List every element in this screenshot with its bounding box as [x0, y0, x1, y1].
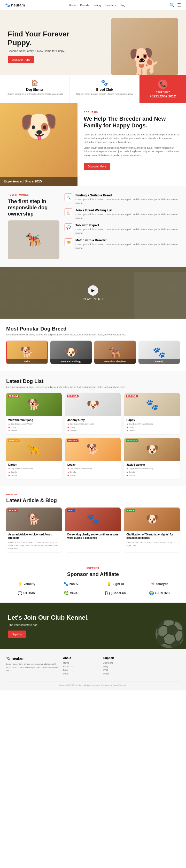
- hero-dog-emoji: 🐕: [129, 49, 161, 75]
- navbar: 🐾 neufam Home Breeds Listing Breeders Bl…: [0, 0, 186, 10]
- how-step-3: 💬 Talk with Expert Lorem ipsum dolor sit…: [65, 223, 178, 235]
- sponsor-name-5: UTOSIA: [23, 591, 35, 595]
- dog-list-desc: Lorem ipsum dolor sit amet, consectetur …: [6, 386, 180, 389]
- breed-name-4: Basenji: [138, 359, 180, 364]
- dog-card-3[interactable]: 🐾 FOR SALE Happy ● Dog Breed French Bull…: [124, 393, 180, 434]
- join-title: Let's Join Our Club Kennel.: [8, 614, 89, 621]
- dog-img-5: 🐕 FOR SALE: [65, 438, 121, 461]
- sponsor-treva: 🌿 treva.: [51, 590, 91, 595]
- sponsor-solarytic: ☀ solarytic: [140, 582, 180, 586]
- dog-card-2[interactable]: 🐶 FOR SALE Johnny Grey ● Dog Breed Siber…: [65, 393, 121, 434]
- dog-img-6: 🐶 AVAILABLE: [124, 438, 180, 461]
- nav-listing[interactable]: Listing: [93, 4, 101, 7]
- step-desc-1: Lorem ipsum dolor sit amet, consectetur …: [75, 198, 178, 205]
- blog-section: UPDATE Latest Article & Blog 🐕 HEALTH As…: [0, 486, 186, 559]
- nav-home[interactable]: Home: [69, 4, 76, 7]
- dog-loc-icon-1: ●: [8, 429, 10, 432]
- blog-body-1: Assured Advice for Licensed Award Breede…: [6, 531, 62, 552]
- footer-link-about[interactable]: About Us: [63, 665, 99, 668]
- dog-grid: 🐕 FOR SALE Wuff the Wolfgang ● Dog Breed…: [6, 393, 180, 479]
- breed-card-4[interactable]: 🐾 Basenji: [138, 341, 180, 364]
- footer-link-home[interactable]: Home: [63, 661, 99, 664]
- sponsor-earth: 🌍 EARTH2.0: [140, 590, 180, 595]
- blog-card-3[interactable]: 🐶 ADVICE Clarification of 'Grandfather r…: [124, 507, 180, 552]
- dog-meta-3: ● Dog Breed French Bulldog ● Bailey ● Gr…: [126, 423, 178, 432]
- dog-age-icon-1: ●: [8, 423, 10, 425]
- blog-article-title-3: Clarification of 'Grandfather rights' fo…: [126, 533, 178, 539]
- dog-badge-1: FOR SALE: [8, 395, 20, 397]
- how-image: 🐕‍🦺: [8, 220, 59, 259]
- hero-subtitle: Become New Family & New Home for Puppy.: [8, 49, 80, 53]
- breed-title: Breed Club: [73, 88, 135, 91]
- dog-emoji-5: 🐕: [87, 443, 99, 456]
- need-help-phone[interactable]: +6221.2002.2012: [150, 94, 176, 98]
- footer-support-link-4[interactable]: Page: [103, 672, 140, 675]
- step-title-3: Talk with Expert: [75, 223, 178, 227]
- join-cta-button[interactable]: Sign Up: [8, 630, 26, 638]
- footer-support-link-3[interactable]: FAQ: [103, 669, 140, 671]
- codelab-icon: {}: [104, 591, 108, 595]
- footer-logo: 🐾 neufam: [6, 656, 58, 660]
- menu-icon[interactable]: ☰: [177, 3, 181, 7]
- hero-cta-button[interactable]: Discover Pups: [8, 56, 34, 63]
- blog-card-2[interactable]: 🐾 NEWS Dorset dog charity set to continu…: [65, 507, 121, 552]
- dog-badge-4: FOR STUD: [8, 439, 20, 442]
- blog-card-1[interactable]: 🐕 HEALTH Assured Advice for Licensed Awa…: [6, 507, 62, 552]
- footer-link-blog[interactable]: Blog: [63, 669, 99, 671]
- step-desc-4: Lorem ipsum dolor sit amet, consectetur …: [75, 243, 178, 250]
- dog-card-6[interactable]: 🐶 AVAILABLE Jack Sparrow ● Dog Breed Fre…: [124, 438, 180, 479]
- search-icon[interactable]: 🔍: [169, 3, 175, 7]
- footer-cols: About Home About Us Blog Page Support Ab…: [63, 656, 180, 676]
- dog-card-4[interactable]: 🦮 FOR STUD Darion ● Dog Breed Anker Vall…: [6, 438, 62, 479]
- breed-card-3[interactable]: 🐕‍🦺 Australian Shepherd: [94, 341, 136, 364]
- breed-icon: 🐾: [73, 80, 135, 86]
- breed-img-1: 🐕: [6, 341, 48, 364]
- dog-name-4: Darion: [8, 463, 60, 466]
- nav-icons: 🔍 ☰: [169, 3, 181, 7]
- blog-label: UPDATE: [6, 493, 180, 496]
- dog-badge-2: FOR SALE: [67, 395, 79, 397]
- step-icon-4: 🤝: [65, 239, 72, 246]
- blog-title: Latest Article & Blog: [6, 497, 180, 503]
- about-content: ABOUT US We Help The Breeder and New Fam…: [78, 103, 186, 186]
- zootv-icon: 🐾: [63, 582, 68, 586]
- about-cta-button[interactable]: Discover More: [84, 163, 110, 170]
- step-desc-2: Lorem ipsum dolor sit amet, consectetur …: [75, 213, 178, 220]
- nav-breeds[interactable]: Breeds: [80, 4, 89, 7]
- dog-card-5[interactable]: 🐕 FOR SALE Locky ● Dog Breed Anker Valle…: [65, 438, 121, 479]
- logo-icon: 🐾: [5, 3, 10, 7]
- blog-badge-1: HEALTH: [8, 509, 18, 512]
- dog-emoji-3: 🐾: [146, 399, 159, 411]
- footer: 🐾 neufam Lorem ipsum dolor sit amet, con…: [0, 649, 186, 690]
- lightai-icon: 💡: [106, 582, 112, 586]
- earth-icon: 🌍: [149, 590, 154, 595]
- about-title: We Help The Breeder and New Family for H…: [84, 116, 180, 129]
- footer-link-page[interactable]: Page: [63, 672, 99, 675]
- breed-card-1[interactable]: 🐕 Akita: [6, 341, 48, 364]
- dog-card-1[interactable]: 🐕 FOR SALE Wuff the Wolfgang ● Dog Breed…: [6, 393, 62, 434]
- dog-emoji-4: 🦮: [27, 443, 40, 456]
- dog-name-5: Locky: [67, 463, 119, 466]
- sponsors-title: Sponsor and Affiliate: [6, 571, 180, 577]
- breeds-desc: Lorem ipsum dolor sit amet, consectetur …: [6, 333, 180, 336]
- shelter-desc: Ultrices premium a id fringilla ultrices…: [4, 93, 66, 96]
- join-section: Let's Join Our Club Kennel. Find your so…: [0, 602, 186, 649]
- how-title: The first step in responsible dog owners…: [8, 198, 59, 217]
- step-icon-2: 📋: [65, 209, 72, 216]
- nav-blog[interactable]: Blog: [120, 4, 125, 7]
- step-title-4: Match with a Breeder: [75, 239, 178, 242]
- footer-about-heading: About: [63, 656, 99, 659]
- step-content-4: Match with a Breeder Lorem ipsum dolor s…: [75, 239, 178, 250]
- breed-card-2[interactable]: 🐶 American Buldogg: [51, 341, 92, 364]
- play-button[interactable]: ▶: [88, 285, 98, 296]
- footer-support-link-2[interactable]: Blog: [103, 665, 140, 668]
- footer-col-about: About Home About Us Blog Page: [63, 656, 99, 676]
- breeds-title: Most Popular Dog Breed: [6, 326, 180, 332]
- nav-breeders[interactable]: Breeders: [104, 4, 116, 7]
- dog-name-1: Wuff the Wolfgang: [8, 418, 60, 422]
- how-left: HOW IT WORKS The first step in responsib…: [8, 193, 59, 259]
- join-bg-dog: ⚽: [154, 619, 186, 649]
- blog-emoji-1: 🐕: [27, 513, 40, 525]
- footer-support-link-1[interactable]: About Us: [103, 661, 140, 664]
- dog-body-3: Happy ● Dog Breed French Bulldog ● Baile…: [124, 416, 180, 434]
